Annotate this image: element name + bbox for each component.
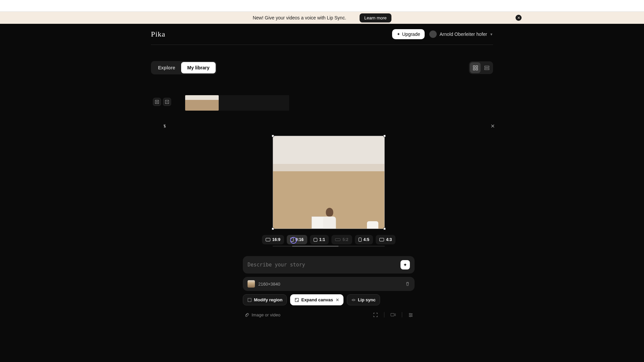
- chevron-down-icon: ▼: [490, 33, 493, 36]
- canvas[interactable]: [273, 136, 385, 229]
- upgrade-button[interactable]: ✦ Upgrade: [392, 29, 425, 39]
- tab-my-library[interactable]: My library: [181, 62, 215, 73]
- svg-rect-9: [248, 298, 251, 302]
- region-icon: [247, 298, 252, 302]
- generate-button[interactable]: ✦: [400, 260, 410, 269]
- nav-tabs: Explore My library: [151, 61, 217, 74]
- library-thumbnail[interactable]: [185, 95, 219, 111]
- prompt-input[interactable]: [248, 262, 400, 268]
- browser-chrome: [0, 0, 644, 12]
- controls-row: Explore My library: [151, 45, 493, 74]
- canvas-editor: 16:9 9:16 1:1 5:2 4:5 4:3 ✦ 2160×3840 Mo…: [158, 122, 499, 317]
- svg-point-13: [411, 314, 412, 315]
- app-root: Pika ✦ Upgrade Arnold Oberleiter hofer ▼…: [0, 24, 644, 362]
- strip-play-button[interactable]: [163, 98, 171, 106]
- divider: [384, 312, 384, 317]
- ratio-track: [273, 246, 385, 247]
- play-icon: [165, 100, 169, 104]
- canvas-person: [321, 208, 338, 229]
- svg-rect-6: [155, 100, 159, 104]
- ratio-16-9[interactable]: 16:9: [262, 235, 284, 244]
- modify-region-chip[interactable]: Modify region: [243, 294, 287, 305]
- action-row: Modify region Expand canvas ✕ Lip sync: [243, 294, 415, 305]
- chip-close-button[interactable]: ✕: [336, 298, 339, 302]
- lips-icon: [351, 298, 356, 302]
- svg-rect-10: [295, 298, 299, 302]
- sparkle-icon: ✦: [403, 262, 407, 267]
- expand-canvas-chip[interactable]: Expand canvas ✕: [290, 294, 343, 305]
- bottom-icons: [373, 312, 413, 317]
- resize-handle-tr[interactable]: [383, 135, 386, 137]
- cursor-indicator: [290, 237, 297, 244]
- library-track: [219, 95, 289, 111]
- logo[interactable]: Pika: [151, 30, 165, 39]
- header-right: ✦ Upgrade Arnold Oberleiter hofer ▼: [392, 29, 493, 39]
- learn-more-button[interactable]: Learn more: [360, 13, 391, 22]
- ratio-icon: [335, 238, 340, 241]
- avatar: [429, 31, 437, 38]
- svg-rect-3: [476, 68, 478, 70]
- ratio-4-5[interactable]: 4:5: [355, 235, 373, 244]
- library-strip: [151, 74, 493, 111]
- list-icon: [484, 65, 489, 70]
- svg-rect-0: [473, 66, 475, 67]
- user-menu[interactable]: Arnold Oberleiter hofer ▼: [429, 31, 493, 38]
- ratio-1-1[interactable]: 1:1: [310, 235, 329, 244]
- svg-rect-2: [473, 68, 475, 70]
- ratio-icon: [266, 238, 270, 241]
- strip-focus-button[interactable]: [153, 98, 161, 106]
- collapse-icon: [162, 124, 167, 128]
- resize-handle-bl[interactable]: [272, 228, 274, 230]
- banner-close-button[interactable]: ✕: [516, 15, 522, 21]
- bottom-bar: Image or video: [243, 312, 415, 317]
- collapse-button[interactable]: [161, 122, 168, 130]
- view-toggle: [469, 61, 493, 74]
- svg-rect-5: [485, 68, 489, 70]
- svg-rect-11: [391, 313, 394, 316]
- tab-explore[interactable]: Explore: [152, 62, 181, 73]
- camera-button[interactable]: [390, 313, 396, 317]
- sparkle-icon: ✦: [397, 32, 400, 37]
- ratio-icon: [379, 238, 384, 241]
- delete-asset-button[interactable]: [405, 282, 410, 286]
- asset-thumbnail[interactable]: [248, 280, 255, 288]
- announcement-banner: New! Give your videos a voice with Lip S…: [0, 12, 644, 24]
- header: Pika ✦ Upgrade Arnold Oberleiter hofer ▼: [151, 24, 493, 45]
- close-editor-button[interactable]: [489, 122, 496, 130]
- close-icon: [490, 124, 495, 128]
- focus-icon: [155, 100, 159, 104]
- paperclip-icon: [244, 312, 249, 317]
- ratio-5-2[interactable]: 5:2: [331, 235, 352, 244]
- expand-icon: [294, 298, 299, 302]
- divider: [402, 312, 402, 317]
- grid-view-button[interactable]: [470, 62, 481, 73]
- aspect-ratio-row: 16:9 9:16 1:1 5:2 4:5 4:3: [158, 229, 499, 244]
- svg-point-7: [156, 101, 158, 103]
- canvas-wrapper: [158, 131, 499, 229]
- asset-row: 2160×3840: [243, 277, 415, 291]
- editor-top-bar: [158, 122, 499, 131]
- upgrade-label: Upgrade: [402, 32, 420, 37]
- grid-icon: [473, 65, 478, 70]
- lip-sync-chip[interactable]: Lip sync: [347, 294, 380, 305]
- settings-button[interactable]: [408, 312, 413, 317]
- svg-point-12: [410, 313, 411, 314]
- resize-handle-tl[interactable]: [272, 135, 274, 137]
- canvas-lamp-prop: [367, 221, 378, 229]
- attach-button[interactable]: Image or video: [244, 312, 280, 317]
- ratio-4-3[interactable]: 4:3: [376, 235, 395, 244]
- user-name: Arnold Oberleiter hofer: [439, 32, 487, 37]
- ratio-9-16[interactable]: 9:16: [287, 235, 307, 244]
- svg-rect-1: [476, 66, 478, 67]
- list-view-button[interactable]: [481, 62, 492, 73]
- svg-point-14: [410, 316, 411, 317]
- sliders-icon: [408, 312, 413, 317]
- trash-icon: [405, 282, 410, 286]
- expand-view-button[interactable]: [373, 312, 378, 317]
- ratio-icon: [359, 238, 362, 242]
- resize-handle-br[interactable]: [383, 228, 386, 230]
- fullscreen-icon: [373, 312, 378, 317]
- asset-dimensions: 2160×3840: [258, 282, 402, 287]
- camera-icon: [390, 313, 396, 317]
- strip-controls: [151, 95, 171, 111]
